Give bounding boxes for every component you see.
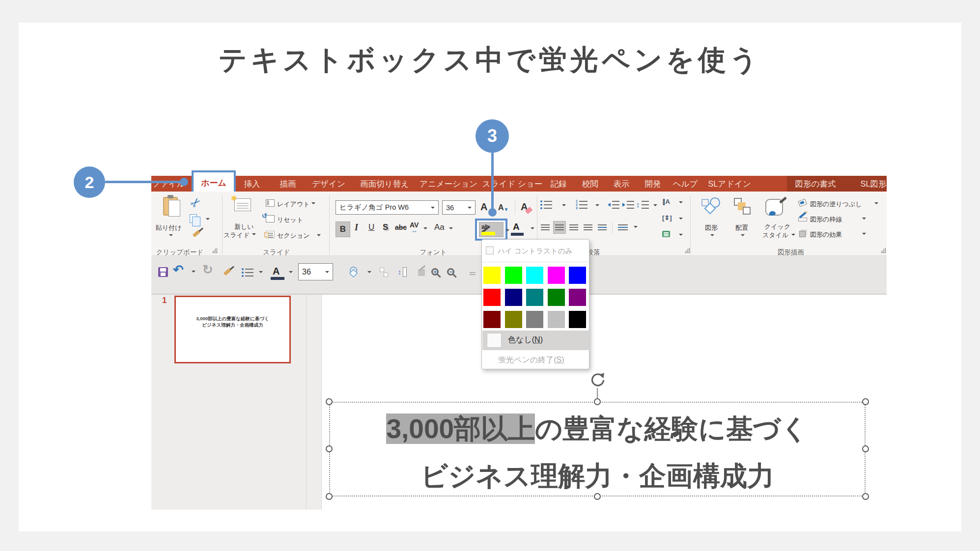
quick-styles-icon[interactable] xyxy=(765,198,787,218)
arrange-chevron-icon[interactable] xyxy=(741,234,745,236)
align-center-button[interactable] xyxy=(553,221,566,234)
zoom-in-icon[interactable]: + xyxy=(431,268,439,276)
shape-outline-icon[interactable] xyxy=(798,218,807,221)
bullets-icon[interactable] xyxy=(540,200,552,209)
align-text-icon[interactable]: [⇕] xyxy=(662,214,672,221)
highlight-color-swatch-10[interactable] xyxy=(483,311,501,328)
new-slide-chevron-icon[interactable] xyxy=(252,233,256,235)
highlight-color-swatch-5[interactable] xyxy=(483,289,501,306)
decrease-indent-icon[interactable] xyxy=(608,200,619,209)
highlight-color-swatch-12[interactable] xyxy=(526,311,543,328)
resize-handle-top-right[interactable] xyxy=(862,398,869,405)
qat-font-color-icon[interactable]: A xyxy=(271,266,286,281)
no-color-option[interactable]: 色なし(N) xyxy=(482,331,589,350)
new-slide-icon[interactable] xyxy=(234,198,251,211)
change-case-button[interactable]: Aa xyxy=(434,222,445,232)
align-right-button[interactable] xyxy=(567,221,580,234)
reset-label[interactable]: リセット xyxy=(277,216,303,224)
layout-chevron-icon[interactable] xyxy=(311,202,315,204)
resize-handle-bottom-right[interactable] xyxy=(862,493,869,500)
shape-outline-chevron-icon[interactable] xyxy=(862,218,866,220)
paste-chevron-icon[interactable] xyxy=(169,234,173,236)
bold-button[interactable]: B xyxy=(336,221,350,237)
columns-chevron-icon[interactable] xyxy=(634,226,638,228)
highlight-color-swatch-0[interactable] xyxy=(483,267,501,284)
layout-label[interactable]: レイアウト xyxy=(277,200,310,209)
increase-indent-icon[interactable] xyxy=(622,200,634,209)
highlight-color-swatch-3[interactable] xyxy=(548,267,565,284)
tab-2[interactable]: 挿入 xyxy=(244,176,260,192)
slide-text-box[interactable] xyxy=(329,402,866,496)
tab-9[interactable]: 校閲 xyxy=(582,176,598,192)
layout-icon[interactable] xyxy=(266,199,275,207)
section-label[interactable]: セクション xyxy=(277,231,310,240)
arrange-icon[interactable] xyxy=(733,198,753,218)
tab-5[interactable]: 画面切り替え xyxy=(360,176,409,192)
text-highlight-button[interactable]: ab xyxy=(479,222,504,237)
zoom-out-icon[interactable]: − xyxy=(447,268,454,276)
change-case-chevron-icon[interactable] xyxy=(449,227,453,229)
resize-handle-top-center[interactable] xyxy=(594,398,601,405)
highlight-color-swatch-8[interactable] xyxy=(548,289,565,306)
qat-grayed-arrange-icon[interactable] xyxy=(380,268,384,272)
qat-font-color-chevron-icon[interactable] xyxy=(289,271,293,273)
qat-font-size-dropdown-icon[interactable] xyxy=(325,271,329,273)
highlight-color-swatch-11[interactable] xyxy=(505,311,522,328)
new-slide-label-2[interactable]: スライド xyxy=(224,231,250,240)
high-contrast-checkbox[interactable] xyxy=(486,247,494,254)
columns-button[interactable] xyxy=(616,221,629,234)
shapes-label[interactable]: 図形 xyxy=(705,223,718,232)
shrink-font-button[interactable]: A▼ xyxy=(498,203,508,212)
align-left-button[interactable] xyxy=(539,221,552,234)
quick-styles-label-2[interactable]: スタイル xyxy=(762,231,788,240)
qat-shapes-icon[interactable] xyxy=(350,267,365,282)
font-name-combo[interactable]: ヒラギノ角ゴ Pro W6 xyxy=(336,200,439,215)
highlight-color-swatch-14[interactable] xyxy=(569,311,586,328)
character-spacing-button[interactable]: AV↔ xyxy=(410,221,419,233)
arrange-label[interactable]: 配置 xyxy=(735,223,748,232)
underline-button[interactable]: U xyxy=(368,222,374,232)
shape-effects-chevron-icon[interactable] xyxy=(862,233,866,235)
paste-label[interactable]: 貼り付け xyxy=(156,223,182,232)
shapes-icon[interactable] xyxy=(701,197,723,219)
paste-icon[interactable] xyxy=(163,197,178,216)
tab-15[interactable]: SL図形 xyxy=(860,176,886,192)
section-chevron-icon[interactable] xyxy=(317,234,321,236)
quick-styles-chevron-icon[interactable] xyxy=(791,234,795,236)
distribute-button[interactable] xyxy=(596,221,609,234)
resize-handle-middle-left[interactable] xyxy=(326,445,333,452)
clipboard-dialog-launcher-icon[interactable] xyxy=(212,248,217,253)
convert-smartart-icon[interactable] xyxy=(662,231,670,237)
slide-thumbnail[interactable]: 3,000部以上の豊富な経験に基づく ビジネス理解力・企画構成力 xyxy=(174,296,291,363)
copy-icon[interactable] xyxy=(190,214,197,223)
font-size-combo[interactable]: 36 xyxy=(442,200,476,215)
highlight-color-swatch-4[interactable] xyxy=(569,267,586,284)
highlight-color-swatch-13[interactable] xyxy=(548,311,565,328)
paragraph-dialog-launcher-icon[interactable] xyxy=(685,248,690,253)
text-direction-icon[interactable]: ∥A xyxy=(662,198,670,205)
tab-10[interactable]: 表示 xyxy=(614,176,630,192)
highlight-color-swatch-7[interactable] xyxy=(526,289,543,306)
qat-bullets-icon[interactable] xyxy=(242,268,253,276)
justify-button[interactable] xyxy=(582,221,594,234)
qat-bullets-chevron-icon[interactable] xyxy=(259,271,263,273)
reset-icon[interactable] xyxy=(266,215,275,222)
tab-6[interactable]: アニメーション xyxy=(420,176,477,192)
tab-13[interactable]: SLアドイン xyxy=(708,176,751,192)
tab-11[interactable]: 開発 xyxy=(645,176,661,192)
new-slide-label-1[interactable]: 新しい xyxy=(234,222,254,231)
tab-12[interactable]: ヘルプ xyxy=(673,176,698,192)
shape-fill-chevron-icon[interactable] xyxy=(874,202,878,204)
highlight-color-swatch-9[interactable] xyxy=(569,289,586,306)
save-icon[interactable] xyxy=(158,267,168,277)
qat-shapes-chevron-icon[interactable] xyxy=(367,271,371,273)
section-icon[interactable] xyxy=(266,231,275,238)
font-size-dropdown-icon[interactable] xyxy=(468,207,472,209)
shadow-button[interactable]: S xyxy=(383,222,388,232)
clear-formatting-button[interactable]: A xyxy=(521,201,532,213)
quick-styles-label-1[interactable]: クイック xyxy=(764,222,790,231)
text-direction-chevron-icon[interactable] xyxy=(679,201,683,203)
bullets-chevron-icon[interactable] xyxy=(562,204,566,206)
resize-handle-bottom-center[interactable] xyxy=(594,493,601,500)
tab-14[interactable]: 図形の書式 xyxy=(795,176,836,192)
